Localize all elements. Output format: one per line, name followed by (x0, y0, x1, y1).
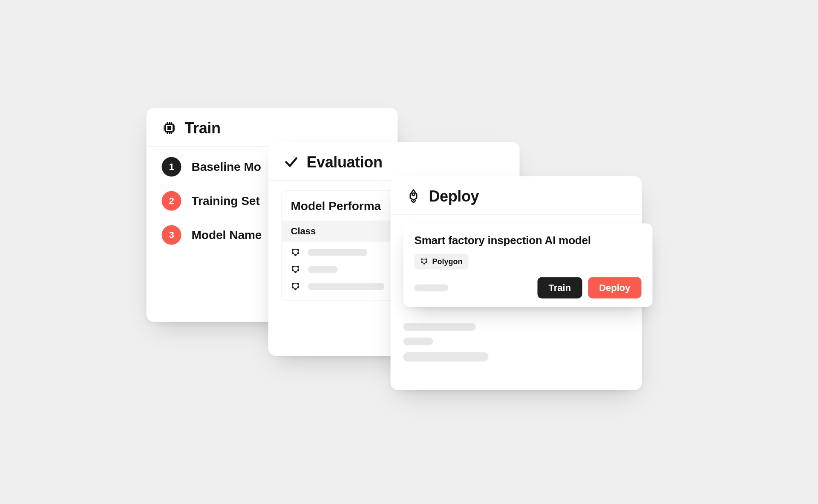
skeleton-text (308, 266, 338, 273)
step-badge: 2 (162, 191, 181, 210)
check-icon (284, 154, 299, 170)
step-badge: 3 (162, 225, 181, 245)
polygon-icon (421, 258, 428, 265)
deploy-button[interactable]: Deploy (588, 277, 641, 298)
polygon-icon (291, 282, 300, 291)
evaluation-title: Evaluation (307, 153, 383, 171)
chip-icon (162, 120, 177, 135)
model-title: Smart factory inspection AI model (415, 233, 642, 247)
skeleton-text (403, 323, 476, 331)
model-actions: Train Deploy (538, 277, 642, 298)
skeleton-text (403, 337, 433, 345)
rocket-icon (406, 188, 421, 204)
step-label: Training Set (192, 194, 260, 207)
stage: Train 1 Baseline Mo 2 Training Set 3 Mod… (94, 58, 725, 446)
train-button[interactable]: Train (538, 277, 582, 298)
svg-point-29 (412, 193, 415, 196)
train-title: Train (185, 119, 221, 137)
model-card: Smart factory inspection AI model Polygo… (403, 223, 653, 307)
deploy-body: Smart factory inspection AI model Polygo… (391, 215, 642, 372)
deploy-card: Deploy Smart factory inspection AI model… (391, 176, 642, 390)
deploy-title: Deploy (429, 187, 479, 205)
svg-rect-1 (168, 127, 171, 129)
polygon-icon (291, 248, 300, 257)
model-card-footer: Train Deploy (415, 277, 642, 298)
chip-label: Polygon (432, 257, 463, 266)
step-badge: 1 (162, 157, 181, 176)
skeleton-text (415, 284, 449, 291)
train-card-header: Train (147, 108, 398, 147)
skeleton-text (308, 283, 385, 290)
step-label: Baseline Mo (192, 160, 261, 173)
evaluation-card-header: Evaluation (268, 142, 520, 181)
deploy-skeleton-group (403, 323, 629, 361)
deploy-card-header: Deploy (391, 176, 642, 215)
step-label: Model Name (192, 228, 262, 242)
skeleton-text (308, 249, 368, 256)
polygon-icon (291, 265, 300, 274)
annotation-type-chip[interactable]: Polygon (415, 253, 469, 269)
skeleton-text (403, 352, 489, 361)
